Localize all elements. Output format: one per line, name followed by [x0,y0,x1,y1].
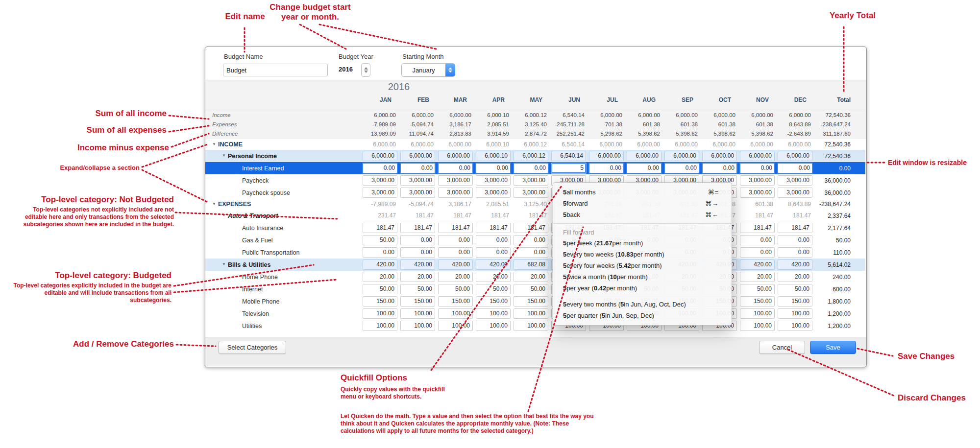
budget-cell[interactable]: 3,000.00 [514,175,548,186]
budget-cell[interactable]: 6,000.10 [476,151,511,161]
quickfill-menu-item[interactable]: 5 per week (21.67 per month) [553,237,732,249]
budget-cell[interactable]: 50.00 [438,284,473,294]
budget-cell[interactable]: 100.00 [778,321,812,331]
budget-cell[interactable]: 0.00 [514,235,548,245]
budget-cell[interactable]: 0.00 [438,235,473,245]
budget-cell[interactable]: 6,540.14 [551,151,586,161]
budget-cell[interactable]: 100.00 [778,308,812,319]
budget-year-stepper[interactable] [361,63,370,77]
budget-cell[interactable]: 420.00 [778,259,812,270]
budget-cell[interactable]: 6,000.00 [438,151,473,161]
budget-cell[interactable]: 5 [551,163,587,174]
budget-cell[interactable]: 150.00 [400,296,435,307]
budget-cell[interactable]: 6,000.00 [778,151,812,161]
starting-month-select[interactable]: January [401,63,455,77]
budget-cell[interactable]: 3,000.00 [363,175,397,186]
budget-cell[interactable]: 6,000.12 [514,151,548,161]
budget-cell[interactable]: 0.00 [702,163,737,174]
budget-cell[interactable]: 0.00 [438,247,473,258]
budget-cell[interactable]: 0.00 [626,163,662,174]
budget-cell[interactable]: 0.00 [400,247,435,258]
quickfill-menu-item[interactable]: 5 back⌘← [553,209,732,220]
budget-cell[interactable]: 420.00 [363,259,397,270]
budget-cell[interactable]: 20.00 [476,272,511,282]
budget-cell[interactable]: 181.47 [514,223,548,233]
budget-cell[interactable]: 3,000.00 [778,188,812,198]
budget-cell[interactable]: 6,000.00 [740,151,775,161]
budget-cell[interactable]: 3,000.00 [778,175,812,186]
budget-cell[interactable]: 50.00 [740,284,775,294]
budget-cell[interactable]: 150.00 [514,296,548,307]
stepper-down-icon[interactable] [364,71,368,73]
budget-cell[interactable]: 100.00 [514,321,548,331]
budget-cell[interactable]: 100.00 [476,321,511,331]
budget-cell[interactable]: 100.00 [363,321,397,331]
budget-cell[interactable]: 50.00 [476,284,511,294]
disclosure-triangle-icon[interactable]: ▼ [222,262,226,266]
budget-cell[interactable]: 6,000.00 [627,151,662,161]
budget-cell[interactable]: 20.00 [740,272,775,282]
budget-cell[interactable]: 0.00 [476,247,511,258]
save-button[interactable]: Save [810,341,856,354]
quickfill-menu-item[interactable]: 5 forward⌘→ [553,198,732,209]
budget-cell[interactable]: 0.00 [400,235,435,245]
disclosure-triangle-icon[interactable]: ▼ [222,153,226,158]
budget-cell[interactable]: 50.00 [363,284,397,294]
budget-cell[interactable]: 0.00 [363,247,397,258]
budget-cell[interactable]: 150.00 [438,296,473,307]
budget-cell[interactable]: 3,000.00 [514,188,548,198]
disclosure-triangle-icon[interactable]: ▼ [212,202,216,206]
budget-cell[interactable]: 0.00 [475,163,511,174]
budget-cell[interactable]: 0.00 [400,163,436,174]
budget-cell[interactable]: 6,000.00 [400,151,435,161]
quickfill-menu-item[interactable]: 5 per quarter (5 in Jun, Sep, Dec) [553,310,732,321]
budget-cell[interactable]: 150.00 [363,296,397,307]
popup-button-icon[interactable] [445,64,455,76]
budget-cell[interactable]: 100.00 [740,308,775,319]
budget-cell[interactable]: 100.00 [438,308,473,319]
budget-cell[interactable]: 3,000.00 [363,188,397,198]
budget-cell[interactable]: 420.00 [476,259,511,270]
budget-cell[interactable]: 181.47 [400,223,435,233]
budget-cell[interactable]: 20.00 [363,272,397,282]
budget-cell[interactable]: 0.00 [740,235,775,245]
budget-cell[interactable]: 3,000.00 [476,175,511,186]
disclosure-triangle-icon[interactable]: ▼ [222,213,226,217]
budget-cell[interactable]: 3,000.00 [400,175,435,186]
quickfill-menu-item[interactable]: 5 every two months (5 in Jun, Aug, Oct, … [553,299,732,310]
budget-cell[interactable]: 50.00 [514,284,548,294]
budget-cell[interactable]: 3,000.00 [438,175,473,186]
budget-cell[interactable]: 100.00 [438,321,473,331]
budget-cell[interactable]: 420.00 [740,259,775,270]
budget-cell[interactable]: 100.00 [400,321,435,331]
budget-cell[interactable]: 0.00 [513,163,549,174]
budget-cell[interactable]: 0.00 [739,163,775,174]
budget-cell[interactable]: 181.47 [778,223,812,233]
budget-cell[interactable]: 50.00 [400,284,435,294]
budget-cell[interactable]: 100.00 [476,308,511,319]
budget-cell[interactable]: 50.00 [778,284,812,294]
budget-cell[interactable]: 150.00 [778,296,812,307]
budget-cell[interactable]: 6,000.00 [363,151,397,161]
quickfill-menu-item[interactable]: 5 per year (0.42 per month) [553,283,732,294]
disclosure-triangle-icon[interactable]: ▼ [212,142,216,146]
budget-cell[interactable]: 50.00 [363,235,397,245]
budget-cell[interactable]: 20.00 [438,272,473,282]
budget-cell[interactable]: 150.00 [740,296,775,307]
budget-cell[interactable]: 3,000.00 [740,188,775,198]
budget-cell[interactable]: 3,000.00 [438,188,473,198]
budget-cell[interactable]: 0.00 [664,163,700,174]
budget-cell[interactable]: 181.47 [740,223,775,233]
budget-cell[interactable]: 150.00 [476,296,511,307]
budget-cell[interactable]: 100.00 [363,308,397,319]
budget-cell[interactable]: 181.47 [363,223,397,233]
select-categories-button[interactable]: Select Categories [219,341,286,354]
budget-cell[interactable]: 682.08 [514,259,548,270]
budget-cell[interactable]: 6,000.00 [702,151,737,161]
budget-cell[interactable]: 3,000.00 [400,188,435,198]
budget-cell[interactable]: 6,000.00 [589,151,624,161]
budget-cell[interactable]: 0.00 [514,247,548,258]
budget-cell[interactable]: 20.00 [514,272,548,282]
quickfill-menu-item[interactable]: 5 twice a month (10 per month) [553,271,732,283]
budget-cell[interactable]: 6,000.00 [664,151,699,161]
